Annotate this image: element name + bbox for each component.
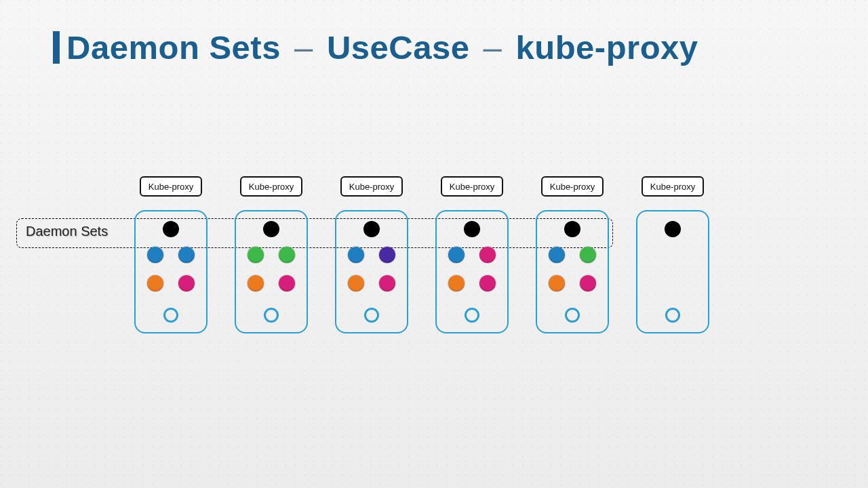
pod-grid — [248, 247, 295, 291]
diagram-stage: Daemon Sets Kube-proxyKube-proxyKube-pro… — [0, 176, 868, 352]
pod-icon — [448, 275, 465, 291]
node-box — [536, 210, 609, 333]
title-part-2: UseCase — [327, 29, 470, 66]
title-part-3: kube-proxy — [516, 29, 698, 66]
pod-icon — [580, 275, 596, 291]
pod-icon — [178, 247, 195, 263]
daemonset-span-label: Daemon Sets — [26, 224, 108, 239]
pod-icon — [279, 247, 295, 263]
title-dash-2: – — [484, 29, 502, 66]
daemonset-pod-icon — [564, 221, 580, 237]
node-home-icon — [665, 308, 680, 323]
node-column: Kube-proxy — [235, 176, 308, 333]
pod-icon — [147, 275, 163, 291]
pod-icon — [479, 247, 496, 263]
node-column: Kube-proxy — [134, 176, 208, 333]
daemonset-pod-icon — [363, 221, 380, 237]
daemonset-pod-icon — [263, 221, 279, 237]
node-column: Kube-proxy — [536, 176, 609, 333]
pod-icon — [248, 247, 264, 263]
kube-proxy-label: Kube-proxy — [240, 176, 302, 197]
node-home-icon — [264, 308, 279, 323]
pod-icon — [549, 247, 565, 263]
kube-proxy-label: Kube-proxy — [541, 176, 604, 197]
pod-icon — [279, 275, 295, 291]
title-accent-bar — [53, 31, 60, 64]
pod-grid — [448, 247, 496, 291]
pod-icon — [178, 275, 195, 291]
title-part-1: Daemon Sets — [66, 29, 281, 66]
pod-icon — [379, 275, 395, 291]
node-box — [134, 210, 208, 333]
node-column: Kube-proxy — [636, 176, 709, 333]
pod-icon — [549, 275, 565, 291]
node-column: Kube-proxy — [435, 176, 509, 333]
pod-icon — [448, 247, 465, 263]
daemonset-pod-icon — [665, 221, 681, 237]
kube-proxy-label: Kube-proxy — [642, 176, 704, 197]
slide-title: Daemon Sets – UseCase – kube-proxy — [53, 28, 698, 66]
pod-icon — [580, 247, 596, 263]
pod-icon — [147, 247, 163, 263]
node-home-icon — [465, 308, 479, 323]
daemonset-pod-icon — [163, 221, 179, 237]
node-home-icon — [565, 308, 580, 323]
node-column: Kube-proxy — [335, 176, 408, 333]
node-box — [636, 210, 709, 333]
pod-icon — [248, 275, 264, 291]
title-dash-1: – — [294, 29, 313, 66]
daemonset-pod-icon — [464, 221, 480, 237]
pod-grid — [147, 247, 195, 291]
pod-icon — [479, 275, 496, 291]
pod-icon — [379, 247, 395, 263]
node-home-icon — [163, 308, 178, 323]
pod-grid — [549, 247, 596, 291]
node-home-icon — [364, 308, 379, 323]
kube-proxy-label: Kube-proxy — [140, 176, 202, 197]
pod-icon — [348, 275, 364, 291]
node-box — [335, 210, 408, 333]
pod-grid — [348, 247, 395, 291]
node-box — [435, 210, 509, 333]
kube-proxy-label: Kube-proxy — [441, 176, 503, 197]
node-box — [235, 210, 308, 333]
nodes-row: Kube-proxyKube-proxyKube-proxyKube-proxy… — [134, 176, 709, 333]
kube-proxy-label: Kube-proxy — [340, 176, 403, 197]
pod-icon — [348, 247, 364, 263]
